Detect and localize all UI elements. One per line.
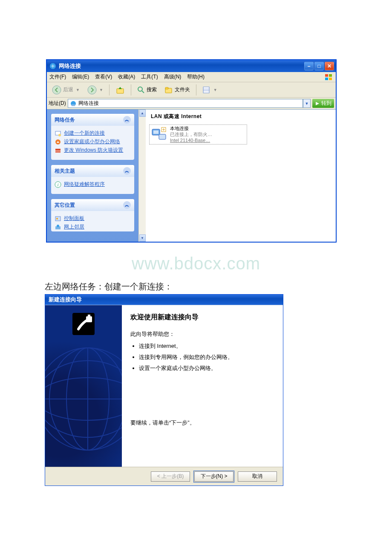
wizard-titlebar[interactable]: 新建连接向导 [45, 295, 283, 305]
panel-title: 其它位置 [55, 202, 75, 209]
views-dropdown-icon[interactable]: ▼ [213, 88, 217, 92]
svg-point-28 [57, 225, 59, 227]
close-button[interactable]: ✕ [325, 62, 334, 70]
svg-rect-31 [159, 134, 166, 139]
svg-rect-35 [88, 315, 90, 317]
separator [131, 84, 131, 95]
folders-label: 文件夹 [175, 86, 190, 93]
address-input[interactable]: 网络连接 [68, 99, 303, 108]
forward-dropdown-icon[interactable]: ▼ [99, 88, 103, 92]
panel-title: 相关主题 [55, 168, 75, 175]
task-label: 网上邻居 [64, 224, 84, 230]
menu-favorites[interactable]: 收藏(A) [118, 73, 135, 81]
svg-rect-12 [203, 87, 209, 93]
menu-file[interactable]: 文件(F) [49, 73, 66, 81]
back-label: 后退 [63, 86, 73, 93]
separator [196, 84, 196, 95]
address-dropdown-button[interactable]: ▼ [303, 99, 311, 108]
collapse-icon[interactable]: ︽ [123, 201, 131, 209]
svg-rect-2 [329, 74, 332, 77]
task-firewall-settings[interactable]: 更改 Windows 防火墙设置 [55, 147, 131, 154]
menu-help[interactable]: 帮助(H) [187, 73, 205, 81]
caption-text: 左边网络任务：创建一个新连接： [45, 281, 392, 292]
collapse-icon[interactable]: ︽ [123, 116, 131, 124]
panel-header[interactable]: 网络任务 ︽ [51, 114, 134, 126]
svg-rect-1 [325, 74, 328, 77]
views-icon [202, 86, 211, 94]
go-label: 转到 [321, 100, 331, 107]
toolbar: 后退 ▼ ▼ 搜索 文件夹 ▼ [47, 82, 336, 98]
address-value: 网络连接 [78, 100, 99, 107]
task-label: 创建一个新的连接 [64, 130, 105, 136]
go-arrow-icon [315, 101, 320, 106]
menu-edit[interactable]: 编辑(E) [72, 73, 89, 81]
task-sidebar: 网络任务 ︽ 创建一个新的连接 设置家庭或小型办公网络 更改 Windows 防… [47, 110, 138, 242]
windows-flag-icon [325, 74, 333, 81]
panel-header[interactable]: 相关主题 ︽ [51, 165, 134, 177]
task-create-connection[interactable]: 创建一个新的连接 [55, 130, 131, 137]
scroll-down-button[interactable]: ▼ [139, 234, 146, 242]
go-button[interactable]: 转到 [312, 99, 334, 108]
scroll-up-button[interactable]: ▲ [139, 110, 146, 117]
wizard-bullet: 连接到 Internet。 [139, 342, 274, 350]
search-label: 搜索 [147, 86, 157, 93]
collapse-icon[interactable]: ︽ [123, 167, 131, 175]
task-setup-network[interactable]: 设置家庭或小型办公网络 [55, 139, 131, 145]
up-button[interactable] [113, 84, 127, 95]
search-button[interactable]: 搜索 [135, 85, 159, 95]
back-dropdown-icon[interactable]: ▼ [76, 88, 80, 92]
menu-advanced[interactable]: 高级(N) [164, 73, 182, 81]
firewall-icon [55, 147, 61, 154]
separator [109, 84, 110, 95]
svg-rect-4 [329, 78, 332, 80]
lan-connection-icon [150, 126, 167, 143]
globe-decoration-icon [45, 344, 122, 454]
wizard-footer: < 上一步(B) 下一步(N) > 取消 [45, 467, 283, 486]
wizard-bullet: 设置一个家庭或小型办公网络。 [139, 364, 274, 372]
folders-button[interactable]: 文件夹 [162, 85, 193, 95]
forward-button[interactable]: ▼ [85, 84, 106, 95]
panel-title: 网络任务 [55, 116, 75, 124]
cancel-button[interactable]: 取消 [238, 471, 277, 482]
task-troubleshooter[interactable]: i 网络疑难解答程序 [55, 181, 131, 188]
task-control-panel[interactable]: 控制面板 [55, 215, 131, 222]
menu-view[interactable]: 查看(V) [95, 73, 112, 81]
svg-rect-16 [72, 104, 75, 106]
wizard-lead-text: 此向导将帮助您： [130, 330, 274, 338]
menu-tools[interactable]: 工具(T) [141, 73, 158, 81]
address-icon [70, 100, 77, 107]
svg-text:i: i [57, 182, 58, 187]
wizard-title: 新建连接向导 [49, 296, 82, 304]
cable-plug-icon [71, 311, 96, 337]
svg-point-18 [58, 134, 61, 136]
svg-line-9 [142, 91, 144, 93]
svg-point-6 [88, 86, 96, 94]
views-button[interactable]: ▼ [200, 85, 220, 95]
back-button[interactable]: 后退 ▼ [49, 84, 82, 95]
network-places-icon [55, 224, 61, 231]
connection-name: 本地连接 [170, 126, 212, 132]
connection-device: Intel 21140-Base… [170, 138, 212, 144]
network-connections-window: 网络连接 – □ ✕ 文件(F) 编辑(E) 查看(V) 收藏(A) 工具(T)… [46, 60, 336, 242]
next-button[interactable]: 下一步(N) > [194, 471, 233, 482]
watermark-text: www.bdocx.com [0, 254, 392, 273]
panel-other-places: 其它位置 ︽ 控制面板 网上邻居 [51, 199, 134, 231]
app-icon [49, 63, 56, 69]
svg-point-8 [138, 87, 142, 91]
titlebar[interactable]: 网络连接 – □ ✕ [47, 60, 336, 72]
connections-list: LAN 或高速 Internet 本地连接 已连接上，有防火… Intel 21… [146, 110, 336, 242]
svg-rect-30 [153, 130, 159, 134]
panel-header[interactable]: 其它位置 ︽ [51, 199, 134, 211]
connection-item[interactable]: 本地连接 已连接上，有防火… Intel 21140-Base… [149, 124, 247, 145]
sidebar-scrollbar[interactable]: ▲ ▼ [138, 110, 146, 242]
window-title: 网络连接 [59, 62, 81, 70]
task-network-neighborhood[interactable]: 网上邻居 [55, 224, 131, 231]
svg-rect-34 [86, 316, 92, 322]
task-label: 控制面板 [64, 215, 84, 221]
svg-point-5 [52, 86, 61, 94]
svg-rect-11 [165, 87, 168, 89]
maximize-button[interactable]: □ [314, 62, 324, 70]
wizard-bullet: 连接到专用网络，例如您的办公网络。 [139, 353, 274, 361]
minimize-button[interactable]: – [304, 62, 314, 70]
panel-related-topics: 相关主题 ︽ i 网络疑难解答程序 [51, 165, 134, 194]
